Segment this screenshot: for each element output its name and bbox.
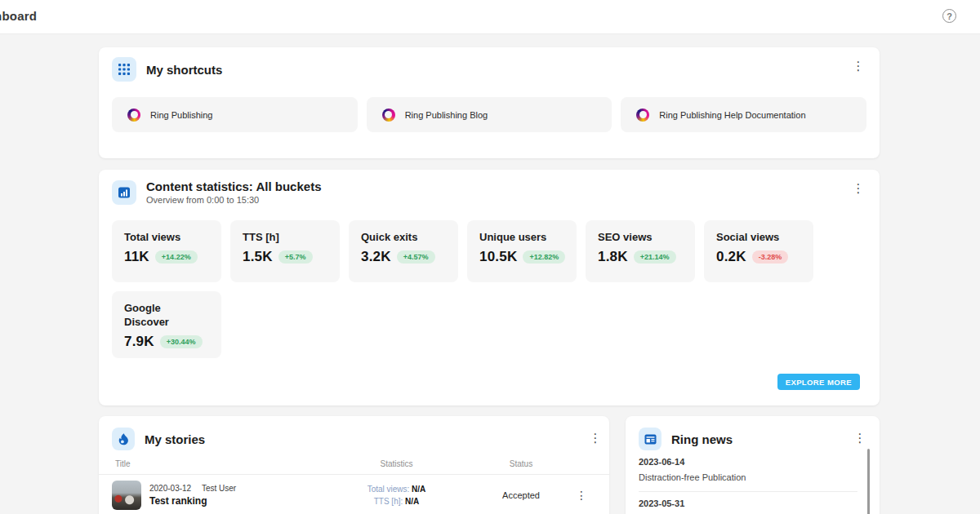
column-header-title: Title [115, 459, 321, 468]
stat-line-value: N/A [412, 485, 425, 494]
stat-label: Quick exits [361, 230, 448, 244]
grid-icon [112, 57, 136, 82]
stat-value: 11K [124, 249, 149, 265]
kebab-menu-icon[interactable]: ⋮ [589, 431, 602, 445]
explore-more-button[interactable]: EXPLORE MORE [777, 374, 860, 390]
news-list: 2023-06-14 Distraction-free Publication … [639, 450, 858, 514]
my-stories-title: My stories [145, 432, 205, 446]
my-stories-header: My stories [112, 428, 205, 450]
stat-label: Unique users [479, 230, 566, 244]
page-title: Dashboard [0, 9, 37, 23]
stat-line-label: Total views: [368, 485, 410, 494]
ring-news-card: Ring news ⋮ 2023-06-14 Distraction-free … [626, 416, 880, 514]
topbar: Dashboard ? [0, 0, 980, 34]
my-stories-card: My stories ⋮ Title Statistics Status 202… [99, 416, 609, 514]
content-statistics-title: Content statistics: All buckets [146, 179, 321, 193]
content-statistics-header: Content statistics: All buckets Overview… [112, 179, 321, 205]
stat-value: 3.2K [361, 249, 391, 265]
kebab-menu-icon[interactable]: ⋮ [852, 59, 865, 73]
ring-publishing-logo-icon [636, 109, 649, 122]
stat-tile-google-discover: Google Discover 7.9K +30.44% [112, 291, 221, 358]
stat-delta-badge: +14.22% [155, 250, 198, 264]
ring-news-title: Ring news [671, 432, 733, 446]
content-statistics-card: Content statistics: All buckets Overview… [99, 170, 880, 405]
story-row[interactable]: 2020-03-12 Test User Test ranking Total … [99, 475, 609, 514]
column-header-status: Status [472, 459, 570, 468]
stat-value: 0.2K [716, 249, 746, 265]
stat-tile-unique-users: Unique users 10.5K +12.82% [467, 220, 577, 282]
shortcut-ring-publishing[interactable]: Ring Publishing [112, 97, 358, 132]
newspaper-icon [639, 428, 662, 450]
stat-tile-total-views: Total views 11K +14.22% [112, 220, 221, 282]
ring-publishing-logo-icon [382, 109, 395, 122]
kebab-menu-icon[interactable]: ⋮ [853, 431, 866, 445]
my-shortcuts-title: My shortcuts [146, 63, 222, 77]
help-icon[interactable]: ? [942, 9, 956, 23]
news-date: 2023-06-14 [639, 457, 858, 467]
news-scrollbar[interactable] [867, 449, 870, 514]
story-author: Test User [202, 484, 236, 493]
flame-icon [112, 428, 135, 450]
stat-delta-badge: +5.7% [278, 250, 313, 264]
stat-value: 1.8K [598, 249, 628, 265]
stat-grid: Total views 11K +14.22% TTS [h] 1.5K +5.… [112, 220, 866, 358]
stat-label: Google Discover [124, 301, 181, 329]
my-shortcuts-card: My shortcuts ⋮ Ring Publishing Ring Publ… [99, 47, 880, 158]
column-header-statistics: Statistics [321, 459, 472, 468]
stat-delta-badge: +21.14% [634, 250, 676, 264]
stat-delta-badge: +30.44% [160, 335, 203, 348]
shortcut-label: Ring Publishing Help Documentation [659, 110, 805, 120]
stat-delta-badge: +4.57% [397, 250, 435, 264]
kebab-menu-icon[interactable]: ⋮ [852, 181, 865, 196]
stat-label: TTS [h] [243, 230, 329, 244]
stat-value: 10.5K [479, 249, 517, 265]
shortcut-ring-publishing-help[interactable]: Ring Publishing Help Documentation [621, 97, 866, 132]
stat-value: 7.9K [124, 334, 154, 350]
stat-delta-badge: -3.28% [752, 250, 789, 264]
shortcut-label: Ring Publishing Blog [405, 110, 488, 120]
stat-tile-tts: TTS [h] 1.5K +5.7% [230, 220, 340, 282]
bar-chart-icon [112, 180, 136, 205]
stat-delta-badge: +12.82% [523, 250, 565, 264]
stat-line-label: TTS [h]: [374, 497, 403, 506]
story-thumbnail [112, 481, 141, 510]
stat-label: Total views [124, 230, 211, 244]
stat-line-value: N/A [405, 497, 419, 506]
shortcut-ring-publishing-blog[interactable]: Ring Publishing Blog [367, 97, 612, 132]
my-shortcuts-header: My shortcuts [112, 57, 222, 82]
story-title: Test ranking [149, 495, 236, 507]
story-main: 2020-03-12 Test User Test ranking [115, 481, 321, 510]
stat-tile-seo-views: SEO views 1.8K +21.14% [586, 220, 695, 282]
stat-label: SEO views [598, 230, 684, 244]
ring-publishing-logo-icon [127, 109, 140, 122]
story-date: 2020-03-12 [149, 484, 191, 493]
news-item[interactable]: 2023-06-14 Distraction-free Publication [639, 450, 858, 492]
news-title: Distraction-free Publication [639, 472, 858, 483]
shortcut-label: Ring Publishing [150, 110, 212, 120]
stat-tile-quick-exits: Quick exits 3.2K +4.57% [349, 220, 458, 282]
story-statistics: Total views: N/A TTS [h]: N/A [321, 483, 472, 507]
news-date: 2023-05-31 [639, 498, 858, 508]
story-status-badge: Accepted [472, 490, 570, 500]
ring-news-header: Ring news [639, 428, 733, 450]
stat-tile-social-views: Social views 0.2K -3.28% [704, 220, 813, 282]
stories-table-header: Title Statistics Status [99, 453, 609, 475]
kebab-menu-icon[interactable]: ⋮ [570, 489, 593, 502]
stat-label: Social views [716, 230, 803, 244]
content-statistics-subtitle: Overview from 0:00 to 15:30 [146, 195, 321, 205]
help-icon-glyph: ? [947, 11, 952, 21]
shortcut-row: Ring Publishing Ring Publishing Blog Rin… [112, 97, 866, 132]
stat-value: 1.5K [243, 249, 273, 265]
news-item[interactable]: 2023-05-31 Sections in Websites Manager … [639, 492, 858, 514]
